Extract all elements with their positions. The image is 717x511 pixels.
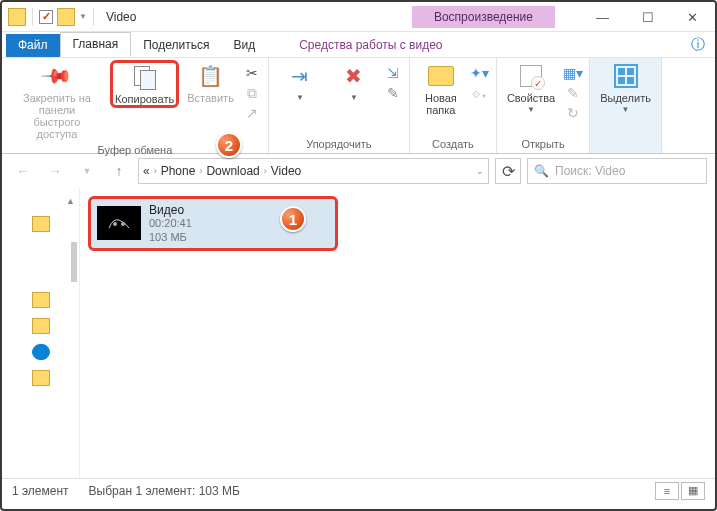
nav-folder-icon[interactable]: [32, 216, 50, 232]
file-list[interactable]: Видео 00:20:41 103 МБ 1: [80, 188, 715, 478]
pin-button[interactable]: 📌 Закрепить на панели быстрого доступа: [8, 60, 106, 142]
nav-folder-icon[interactable]: [32, 318, 50, 334]
breadcrumb-download[interactable]: Download: [206, 164, 259, 178]
nav-folder-icon[interactable]: [32, 370, 50, 386]
new-folder-label: Новая папка: [425, 92, 457, 116]
select-button[interactable]: Выделить ▼: [596, 60, 655, 116]
file-duration: 00:20:41: [149, 217, 192, 230]
new-item-icon[interactable]: ✦▾: [470, 64, 490, 82]
history-icon[interactable]: ↻: [563, 104, 583, 122]
folder-icon: [8, 8, 26, 26]
ribbon-group-new: Новая папка ✦▾ ⟐▾ Создать: [410, 58, 497, 153]
rename-icon[interactable]: ✎: [383, 84, 403, 102]
file-name: Видео: [149, 203, 192, 217]
folder-icon: [57, 8, 75, 26]
tab-video-tools[interactable]: Средства работы с видео: [287, 34, 454, 57]
checkbox-icon[interactable]: ✓: [39, 10, 53, 24]
refresh-button[interactable]: ⟳: [495, 158, 521, 184]
breadcrumb-video[interactable]: Video: [271, 164, 301, 178]
breadcrumb-phone[interactable]: Phone: [161, 164, 196, 178]
chevron-down-icon: ▼: [527, 105, 535, 114]
svg-point-1: [113, 222, 117, 226]
open-icon[interactable]: ▦▾: [563, 64, 583, 82]
recent-button[interactable]: ▼: [74, 158, 100, 184]
copy-to-icon[interactable]: ⇲: [383, 64, 403, 82]
annotation-badge-1: 1: [280, 206, 306, 232]
navigation-pane[interactable]: ▲: [2, 188, 80, 478]
open-small-buttons: ▦▾ ✎ ↻: [563, 60, 583, 122]
group-label-new: Создать: [416, 136, 490, 151]
group-label-organize: Упорядочить: [275, 136, 403, 151]
breadcrumb[interactable]: « › Phone › Download › Video ⌄: [138, 158, 489, 184]
icons-view-button[interactable]: ▦: [681, 482, 705, 500]
context-tab-header: Воспроизведение: [412, 6, 555, 28]
details-view-button[interactable]: ≡: [655, 482, 679, 500]
svg-point-2: [121, 222, 125, 226]
tab-view[interactable]: Вид: [221, 34, 267, 57]
search-placeholder: Поиск: Video: [555, 164, 625, 178]
status-item-count: 1 элемент: [12, 484, 69, 498]
copy-icon: [130, 63, 160, 91]
tab-home[interactable]: Главная: [60, 32, 132, 57]
breadcrumb-root[interactable]: «: [143, 164, 150, 178]
copy-path-icon[interactable]: ⧉: [242, 84, 262, 102]
properties-icon: [516, 62, 546, 90]
divider: [32, 8, 33, 26]
maximize-button[interactable]: ☐: [625, 2, 670, 32]
pin-icon: 📌: [36, 55, 77, 96]
search-input[interactable]: 🔍 Поиск: Video: [527, 158, 707, 184]
new-small-buttons: ✦▾ ⟐▾: [470, 60, 490, 102]
annotation-badge-2: 2: [216, 132, 242, 158]
tab-share[interactable]: Поделиться: [131, 34, 221, 57]
minimize-button[interactable]: —: [580, 2, 625, 32]
file-info: Видео 00:20:41 103 МБ: [149, 203, 192, 244]
pin-label: Закрепить на панели быстрого доступа: [12, 92, 102, 140]
select-label: Выделить: [600, 92, 651, 104]
tab-file[interactable]: Файл: [6, 34, 60, 57]
clipboard-small-buttons: ✂ ⧉ ↗: [242, 60, 262, 122]
ribbon-tabs: Файл Главная Поделиться Вид Средства раб…: [2, 32, 715, 58]
chevron-right-icon: ›: [264, 166, 267, 176]
copy-label: Копировать: [115, 93, 174, 105]
address-row: ← → ▼ ↑ « › Phone › Download › Video ⌄ ⟳…: [2, 154, 715, 188]
properties-button[interactable]: Свойства ▼: [503, 60, 559, 116]
divider: [93, 8, 94, 26]
view-buttons: ≡ ▦: [655, 482, 705, 500]
scroll-up-icon[interactable]: ▲: [66, 196, 75, 206]
content-area: ▲ Видео 00:20:41 103 МБ 1: [2, 188, 715, 478]
ribbon-group-select: Выделить ▼: [590, 58, 662, 153]
copy-button[interactable]: Копировать: [110, 60, 179, 108]
status-selection: Выбран 1 элемент: 103 МБ: [89, 484, 240, 498]
chevron-down-icon[interactable]: ⌄: [476, 166, 484, 176]
chevron-right-icon: ›: [154, 166, 157, 176]
chevron-down-icon: ▼: [296, 93, 304, 102]
titlebar: ✓ ▼ Video Воспроизведение — ☐ ✕: [2, 2, 715, 32]
back-button[interactable]: ←: [10, 158, 36, 184]
video-thumbnail: [97, 206, 141, 240]
up-button[interactable]: ↑: [106, 158, 132, 184]
edit-icon[interactable]: ✎: [563, 84, 583, 102]
chevron-down-icon[interactable]: ▼: [79, 12, 87, 21]
paste-button[interactable]: 📋 Вставить: [183, 60, 238, 106]
group-label-select: [596, 136, 655, 151]
nav-folder-icon[interactable]: [32, 292, 50, 308]
search-icon: 🔍: [534, 164, 549, 178]
forward-button[interactable]: →: [42, 158, 68, 184]
move-to-button[interactable]: ⇥ ▼: [275, 60, 325, 104]
group-label-open: Открыть: [503, 136, 583, 151]
easy-access-icon[interactable]: ⟐▾: [470, 84, 490, 102]
move-icon: ⇥: [285, 62, 315, 90]
select-icon: [611, 62, 641, 90]
new-folder-button[interactable]: Новая папка: [416, 60, 466, 118]
chevron-right-icon: ›: [199, 166, 202, 176]
close-button[interactable]: ✕: [670, 2, 715, 32]
scrollbar-thumb[interactable]: [71, 242, 77, 282]
cut-icon[interactable]: ✂: [242, 64, 262, 82]
nav-onedrive-icon[interactable]: [32, 344, 50, 360]
paste-shortcut-icon[interactable]: ↗: [242, 104, 262, 122]
delete-button[interactable]: ✖ ▼: [329, 60, 379, 104]
help-icon[interactable]: ⓘ: [691, 36, 705, 54]
window-title: Video: [106, 10, 136, 24]
status-bar: 1 элемент Выбран 1 элемент: 103 МБ ≡ ▦: [2, 478, 715, 502]
chevron-down-icon: ▼: [350, 93, 358, 102]
